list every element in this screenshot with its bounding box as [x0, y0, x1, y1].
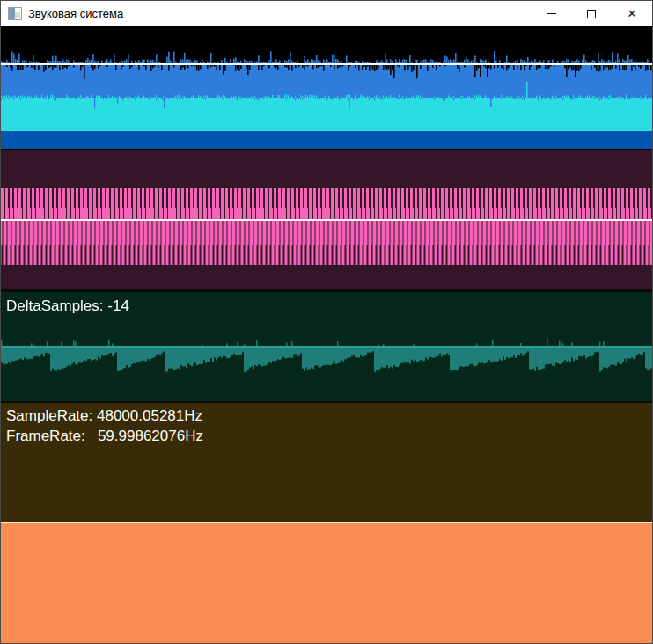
panel-waveform — [1, 26, 652, 150]
sample-rate-label: SampleRate: 48000.05281Hz — [6, 406, 202, 426]
window-title: Звуковая система — [28, 7, 123, 20]
osc-teeth-top — [1, 188, 652, 208]
panel-rates: SampleRate: 48000.05281Hz FrameRate: 59.… — [1, 403, 652, 522]
osc-teeth-bottom — [1, 245, 652, 265]
maximize-icon — [587, 10, 596, 18]
app-window: Звуковая система ✕ DeltaSamples: -14 — [0, 0, 653, 644]
panel-footer — [1, 523, 652, 643]
osc-band-lower — [1, 221, 652, 245]
osc-band-upper — [1, 208, 652, 219]
frame-rate-label: FrameRate: 59.99862076Hz — [6, 426, 203, 446]
app-icon — [8, 7, 22, 20]
window-controls: ✕ — [531, 1, 652, 26]
close-icon: ✕ — [627, 8, 637, 19]
delta-samples-label: DeltaSamples: -14 — [6, 296, 129, 316]
close-button[interactable]: ✕ — [612, 1, 652, 26]
maximize-button[interactable] — [571, 1, 612, 26]
waveform-top-canvas — [1, 26, 652, 150]
minimize-button[interactable] — [531, 1, 571, 26]
panel-oscilloscope — [1, 150, 652, 289]
panel-delta-samples: DeltaSamples: -14 — [1, 292, 652, 401]
titlebar: Звуковая система ✕ — [1, 1, 652, 26]
minimize-icon — [547, 13, 556, 14]
